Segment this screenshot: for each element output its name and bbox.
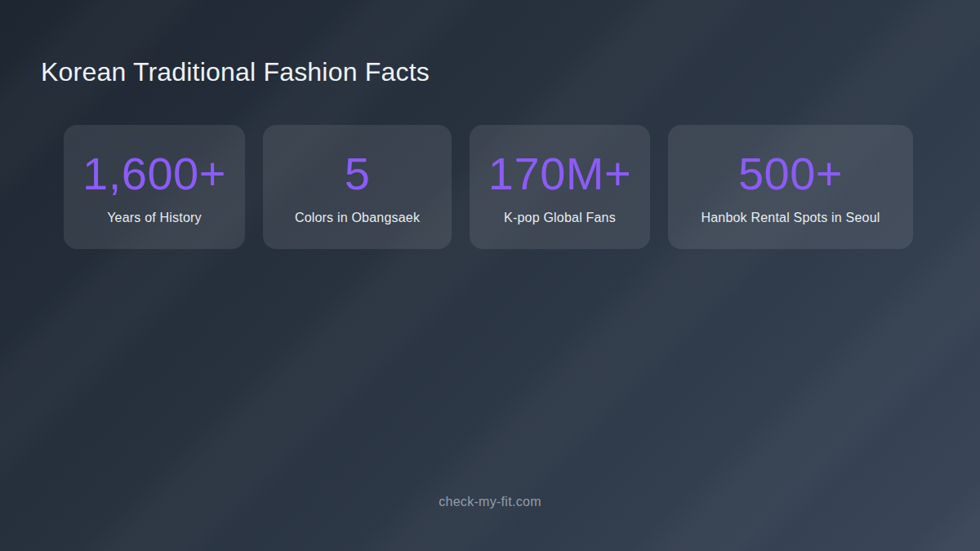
stat-card-kpop-fans: 170M+ K-pop Global Fans — [470, 125, 650, 249]
stat-card-years-of-history: 1,600+ Years of History — [64, 125, 245, 249]
stat-label: Years of History — [107, 210, 202, 225]
page-title: Korean Traditional Fashion Facts — [41, 57, 430, 87]
stat-label: Colors in Obangsaek — [295, 210, 420, 225]
footer-site-url: check-my-fit.com — [0, 495, 980, 509]
stats-row: 1,600+ Years of History 5 Colors in Oban… — [64, 125, 913, 249]
stat-card-hanbok-rentals: 500+ Hanbok Rental Spots in Seoul — [668, 125, 913, 249]
stat-value: 1,600+ — [82, 149, 226, 199]
stat-label: K-pop Global Fans — [504, 210, 616, 225]
stat-label: Hanbok Rental Spots in Seoul — [701, 210, 880, 225]
stat-value: 500+ — [738, 149, 843, 199]
stat-card-obangsaek-colors: 5 Colors in Obangsaek — [263, 125, 452, 249]
stat-value: 170M+ — [488, 149, 631, 199]
stat-value: 5 — [345, 149, 371, 199]
